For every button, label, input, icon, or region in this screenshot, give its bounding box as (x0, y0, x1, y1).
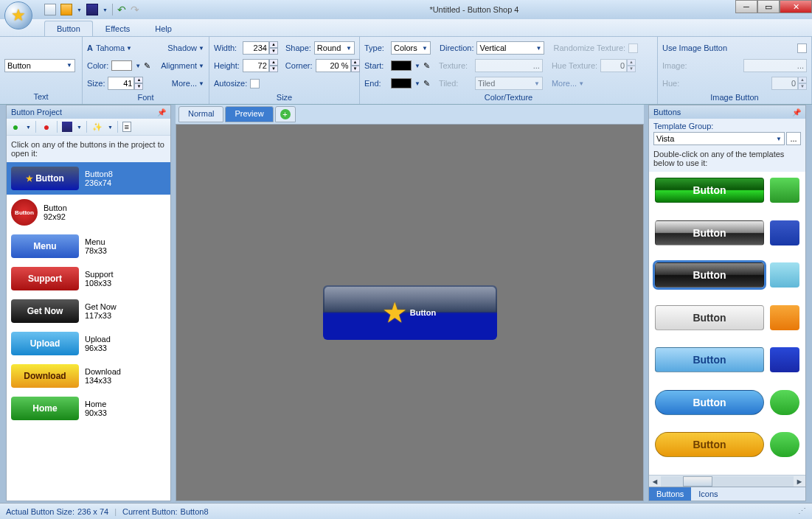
template-button[interactable]: Button (655, 390, 764, 415)
view-tab-normal[interactable]: Normal (178, 106, 223, 122)
template-side[interactable] (770, 390, 799, 415)
font-more-button[interactable]: More...▼ (172, 79, 204, 88)
width-spinner[interactable]: ▲▼ (243, 41, 278, 55)
start-color-swatch[interactable] (391, 60, 412, 71)
shape-dropdown[interactable]: Round▼ (314, 41, 355, 55)
template-group-dropdown[interactable]: Vista▼ (653, 132, 785, 145)
start-color-arrow-icon[interactable]: ▼ (414, 63, 420, 69)
height-label: Height: (214, 61, 240, 70)
project-panel: Button Project 📌 ●▼ ● ▼ ✨▼ ≡ Click on an… (6, 105, 171, 501)
project-item[interactable]: ★ButtonButton8236x74 (7, 162, 170, 195)
template-group-label: Template Group: (653, 122, 801, 130)
tab-help[interactable]: Help (142, 21, 184, 36)
app-logo-orb[interactable]: ★ (4, 1, 32, 29)
width-label: Width: (214, 43, 240, 52)
resize-grip-icon[interactable]: ⋰ (798, 506, 806, 516)
font-size-spinner[interactable]: ▲▼ (108, 77, 143, 90)
end-label: End: (364, 79, 388, 88)
close-button[interactable]: ✕ (780, 0, 812, 13)
project-info: Home90x33 (85, 400, 107, 417)
project-item[interactable]: HomeHome90x33 (7, 392, 170, 425)
bottom-tab-icons[interactable]: Icons (691, 487, 725, 501)
project-thumb: Menu (11, 234, 79, 258)
template-list[interactable]: ButtonButtonButtonButtonButtonButtonButt… (649, 172, 805, 475)
hue-spinner: ▲▼ (771, 77, 807, 90)
project-item[interactable]: Get NowGet Now117x33 (7, 295, 170, 327)
project-list[interactable]: ★ButtonButton8236x74ButtonButton92x92Men… (7, 162, 170, 501)
template-button[interactable]: Button (655, 347, 764, 372)
save-project-icon[interactable] (62, 122, 72, 132)
open-dropdown-icon[interactable]: ▼ (77, 7, 82, 13)
eyedropper-icon[interactable]: ✎ (144, 61, 150, 71)
template-button[interactable]: Button (655, 305, 764, 330)
templates-hscroll[interactable]: ◄► (649, 475, 805, 487)
text-dropdown[interactable]: Button▼ (4, 59, 75, 72)
project-thumb: Support (11, 267, 79, 290)
autosize-checkbox[interactable] (250, 79, 260, 88)
project-toolbar: ●▼ ● ▼ ✨▼ ≡ (7, 119, 170, 136)
end-color-arrow-icon[interactable]: ▼ (414, 80, 420, 87)
wand-icon[interactable]: ✨ (91, 121, 103, 133)
template-group-more[interactable]: ... (786, 132, 801, 145)
project-item[interactable]: UploadUpload96x33 (7, 327, 170, 360)
project-hint: Click on any of the buttons in the proje… (7, 136, 170, 162)
maximize-button[interactable]: ▭ (757, 0, 780, 13)
end-color-swatch[interactable] (391, 78, 412, 88)
alignment-dropdown[interactable]: Alignment▼ (161, 61, 204, 70)
undo-icon[interactable]: ↶ (117, 4, 126, 15)
redo-icon[interactable]: ↷ (131, 4, 139, 15)
template-button[interactable]: Button (655, 262, 764, 288)
view-tab-preview[interactable]: Preview (225, 106, 273, 122)
project-item[interactable]: DownloadDownload134x33 (7, 360, 170, 392)
add-icon[interactable]: ● (10, 121, 21, 133)
project-item[interactable]: ButtonButton92x92 (7, 195, 170, 230)
view-tab-add[interactable]: + (275, 106, 296, 122)
end-eyedropper-icon[interactable]: ✎ (423, 79, 430, 88)
type-label: Type: (364, 43, 388, 52)
height-spinner[interactable]: ▲▼ (243, 59, 278, 72)
project-item[interactable]: SupportSupport108x33 (7, 262, 170, 295)
font-color-swatch[interactable] (111, 60, 132, 71)
pin-icon[interactable]: 📌 (792, 108, 801, 116)
save-icon[interactable] (86, 4, 98, 15)
autosize-label: Autosize: (214, 79, 247, 88)
shape-label: Shape: (285, 43, 311, 52)
image-label: Image: (662, 61, 687, 70)
template-button[interactable]: Button (655, 178, 764, 203)
project-item[interactable]: MenuMenu78x33 (7, 230, 170, 262)
bottom-tab-buttons[interactable]: Buttons (649, 487, 691, 501)
tab-button[interactable]: Button (44, 21, 93, 36)
template-group-row: Template Group: Vista▼ ... (649, 119, 805, 148)
pin-icon[interactable]: 📌 (157, 108, 166, 116)
template-button[interactable]: Button (655, 220, 764, 245)
corner-spinner[interactable]: ▲▼ (316, 59, 360, 72)
templates-panel-title: Buttons (653, 108, 681, 116)
project-info: Get Now117x33 (85, 302, 117, 320)
ribbon-tabs: Button Effects Help (0, 19, 812, 37)
type-dropdown[interactable]: Colors▼ (391, 41, 431, 55)
font-name-dropdown[interactable]: Tahoma▼ (96, 43, 132, 52)
template-side[interactable] (770, 347, 799, 372)
new-icon[interactable] (44, 4, 56, 15)
minimize-button[interactable]: ─ (735, 0, 757, 13)
quick-access-toolbar: ▼ ▼ ↶ ↷ (44, 4, 139, 15)
template-side[interactable] (770, 220, 799, 245)
template-side[interactable] (770, 262, 799, 288)
ribbon-group-font: A Tahoma▼ Shadow▼ Color: ▼ ✎ Alignment▼ … (83, 37, 209, 104)
template-side[interactable] (770, 305, 799, 330)
templates-panel-header: Buttons 📌 (649, 105, 805, 119)
use-image-checkbox[interactable] (797, 43, 807, 53)
tab-effects[interactable]: Effects (93, 21, 142, 36)
view-tabs: Normal Preview + (176, 105, 644, 124)
shadow-dropdown[interactable]: Shadow▼ (167, 43, 204, 52)
start-eyedropper-icon[interactable]: ✎ (423, 61, 430, 71)
open-icon[interactable] (60, 4, 72, 15)
template-side[interactable] (770, 178, 799, 203)
template-button[interactable]: Button (655, 432, 764, 457)
direction-dropdown[interactable]: Vertical▼ (476, 41, 544, 55)
template-side[interactable] (770, 432, 799, 457)
delete-icon[interactable]: ● (41, 121, 52, 133)
font-color-arrow-icon[interactable]: ▼ (135, 63, 141, 69)
list-icon[interactable]: ≡ (122, 122, 131, 132)
save-dropdown-icon[interactable]: ▼ (103, 7, 108, 13)
